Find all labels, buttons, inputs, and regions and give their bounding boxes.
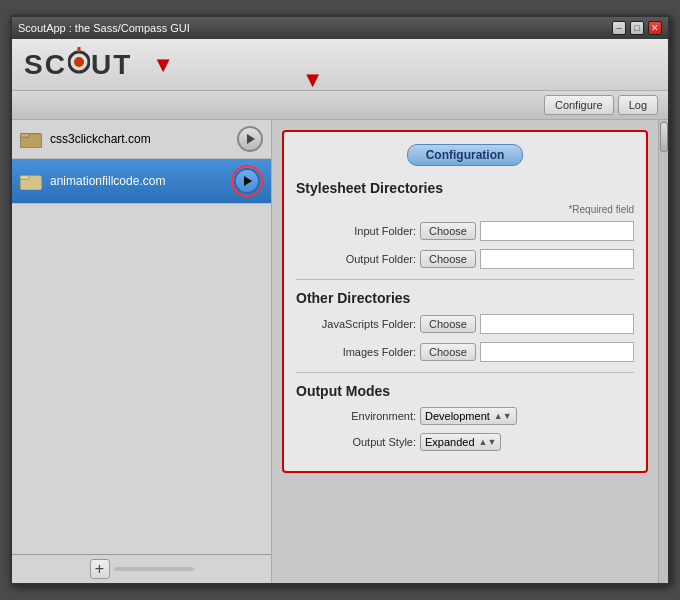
config-tab-label: Configuration	[407, 144, 524, 166]
minimize-button[interactable]: –	[612, 21, 626, 35]
configure-button[interactable]: Configure	[544, 95, 614, 115]
output-style-select[interactable]: Expanded ▲▼	[420, 433, 501, 451]
environment-value: Development	[425, 410, 490, 422]
images-folder-row: Images Folder: Choose	[296, 342, 634, 362]
output-style-select-arrow: ▲▼	[479, 437, 497, 447]
config-container: Configuration Stylesheet Directories *Re…	[282, 130, 648, 473]
main-scrollbar[interactable]	[658, 120, 668, 583]
environment-select-arrow: ▲▼	[494, 411, 512, 421]
input-folder-label: Input Folder:	[296, 225, 416, 237]
app-logo: SC UT	[24, 47, 132, 82]
js-folder-label: JavaScripts Folder:	[296, 318, 416, 330]
config-tab: Configuration	[296, 144, 634, 166]
folder-icon-0	[20, 130, 42, 148]
js-folder-path[interactable]	[480, 314, 634, 334]
divider-1	[296, 279, 634, 280]
play-triangle-1	[244, 176, 252, 186]
input-folder-row: Input Folder: Choose	[296, 221, 634, 241]
stylesheet-section-title: Stylesheet Directories	[296, 180, 634, 196]
js-folder-row: JavaScripts Folder: Choose	[296, 314, 634, 334]
app-header: SC UT ▼	[12, 39, 668, 91]
required-note: *Required field	[296, 204, 634, 215]
play-triangle-0	[247, 134, 255, 144]
sidebar-item-name-1: animationfillcode.com	[50, 174, 223, 188]
logo-ut: UT	[91, 49, 132, 81]
sidebar-item-name-0: css3clickchart.com	[50, 132, 229, 146]
arrow-indicator-2: ▼	[302, 67, 324, 93]
output-folder-choose-button[interactable]: Choose	[420, 250, 476, 268]
sidebar-scroll-indicator	[114, 567, 194, 571]
scrollbar-thumb[interactable]	[660, 122, 668, 152]
divider-2	[296, 372, 634, 373]
maximize-button[interactable]: □	[630, 21, 644, 35]
arrow-indicator-1: ▼	[152, 54, 174, 76]
main-window: ScoutApp : the Sass/Compass GUI – □ ✕ SC	[10, 15, 670, 585]
svg-rect-4	[20, 134, 29, 138]
output-folder-label: Output Folder:	[296, 253, 416, 265]
play-btn-highlight	[231, 165, 263, 197]
play-button-0[interactable]	[237, 126, 263, 152]
window-title: ScoutApp : the Sass/Compass GUI	[18, 22, 190, 34]
close-button[interactable]: ✕	[648, 21, 662, 35]
images-folder-label: Images Folder:	[296, 346, 416, 358]
sidebar-item-0[interactable]: css3clickchart.com	[12, 120, 271, 159]
logo-sc: SC	[24, 49, 67, 81]
toolbar: ▼ Configure Log	[12, 91, 668, 120]
sidebar: css3clickchart.com animationfillcode.com	[12, 120, 272, 583]
window-controls: – □ ✕	[612, 21, 662, 35]
logo-o-icon	[68, 47, 90, 82]
output-folder-row: Output Folder: Choose	[296, 249, 634, 269]
sidebar-bottom: +	[12, 554, 271, 583]
main-scroll-area: Configuration Stylesheet Directories *Re…	[272, 120, 668, 583]
output-style-label: Output Style:	[296, 436, 416, 448]
add-project-button[interactable]: +	[90, 559, 110, 579]
input-folder-choose-button[interactable]: Choose	[420, 222, 476, 240]
environment-row: Environment: Development ▲▼	[296, 407, 634, 425]
sidebar-item-1[interactable]: animationfillcode.com	[12, 159, 271, 204]
output-folder-path[interactable]	[480, 249, 634, 269]
environment-select[interactable]: Development ▲▼	[420, 407, 517, 425]
output-style-row: Output Style: Expanded ▲▼	[296, 433, 634, 451]
js-folder-choose-button[interactable]: Choose	[420, 315, 476, 333]
title-bar: ScoutApp : the Sass/Compass GUI – □ ✕	[12, 17, 668, 39]
svg-rect-6	[20, 176, 29, 180]
input-folder-path[interactable]	[480, 221, 634, 241]
sidebar-spacer	[12, 204, 271, 554]
images-folder-path[interactable]	[480, 342, 634, 362]
other-section-title: Other Directories	[296, 290, 634, 306]
folder-icon-1	[20, 172, 42, 190]
environment-label: Environment:	[296, 410, 416, 422]
output-modes-title: Output Modes	[296, 383, 634, 399]
images-folder-choose-button[interactable]: Choose	[420, 343, 476, 361]
svg-point-1	[74, 57, 84, 67]
main-panel: Configuration Stylesheet Directories *Re…	[272, 120, 658, 583]
play-button-1[interactable]	[234, 168, 260, 194]
output-style-value: Expanded	[425, 436, 475, 448]
log-button[interactable]: Log	[618, 95, 658, 115]
content-area: css3clickchart.com animationfillcode.com	[12, 120, 668, 583]
